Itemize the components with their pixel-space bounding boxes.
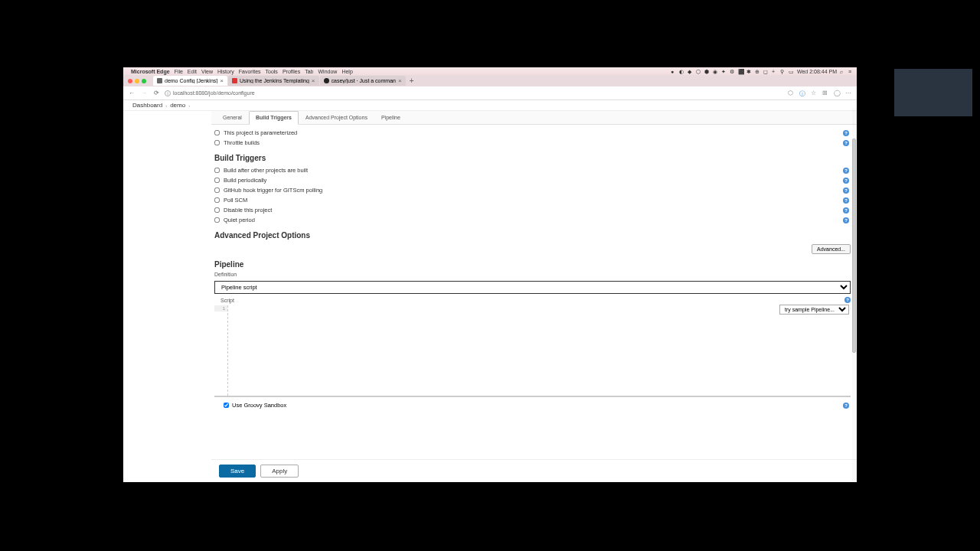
browser-tab[interactable]: demo Config [Jenkins] × xyxy=(153,76,227,86)
nav-reload-icon[interactable]: ⟳ xyxy=(152,90,160,97)
more-icon[interactable]: ⋯ xyxy=(845,90,852,96)
label-disable: Disable this project xyxy=(224,207,272,214)
profile-icon[interactable]: ◯ xyxy=(834,90,841,96)
scrollbar-thumb[interactable] xyxy=(852,139,856,353)
tab-advanced-options[interactable]: Advanced Project Options xyxy=(299,111,374,124)
wifi-icon[interactable]: ⚲ xyxy=(780,69,786,74)
jenkins-favicon-icon xyxy=(157,78,162,83)
checkbox-poll-scm[interactable] xyxy=(214,197,220,203)
status-icon[interactable]: ✱ xyxy=(746,69,752,74)
window-minimize[interactable] xyxy=(135,79,139,83)
script-editor[interactable]: 1 xyxy=(214,305,851,397)
help-icon[interactable]: ? xyxy=(843,130,849,136)
menu-favorites[interactable]: Favorites xyxy=(239,69,261,74)
help-icon[interactable]: ? xyxy=(843,197,849,204)
checkbox-throttle[interactable] xyxy=(214,140,220,145)
collections-icon[interactable]: ⊞ xyxy=(822,90,829,96)
label-periodically: Build periodically xyxy=(224,177,266,184)
window-close[interactable] xyxy=(128,79,132,83)
breadcrumb-demo[interactable]: demo xyxy=(170,102,185,109)
status-icon[interactable]: ◆ xyxy=(688,69,693,74)
tab-build-triggers[interactable]: Build Triggers xyxy=(249,111,299,125)
menu-window[interactable]: Window xyxy=(318,69,338,74)
checkbox-parameterized[interactable] xyxy=(214,130,220,135)
status-icon[interactable]: ◐ xyxy=(679,69,684,74)
app-name[interactable]: Microsoft Edge xyxy=(131,69,170,74)
search-icon[interactable]: ⌕ xyxy=(840,69,845,74)
tab-close-icon[interactable]: × xyxy=(220,77,224,84)
browser-tab[interactable]: casey/just · Just a comman × xyxy=(320,76,406,86)
battery-icon[interactable]: ▭ xyxy=(789,69,794,74)
advanced-button[interactable]: Advanced... xyxy=(812,244,851,254)
script-label: Script xyxy=(214,298,234,303)
menu-view[interactable]: View xyxy=(201,69,213,74)
help-icon[interactable]: ? xyxy=(843,140,849,146)
favorite-icon[interactable]: ☆ xyxy=(811,90,818,96)
tab-close-icon[interactable]: × xyxy=(398,77,402,84)
browser-tab[interactable]: Using the Jenkins Templating × xyxy=(228,76,319,86)
control-center-icon[interactable]: ≡ xyxy=(848,69,854,74)
menu-profiles[interactable]: Profiles xyxy=(283,69,300,74)
checkbox-disable[interactable] xyxy=(214,207,220,213)
status-icon[interactable]: ⬛ xyxy=(738,69,743,74)
main-content: General Build Triggers Advanced Project … xyxy=(211,111,857,482)
save-button[interactable]: Save xyxy=(219,465,256,478)
help-icon[interactable]: ? xyxy=(844,297,851,303)
help-icon[interactable]: ? xyxy=(843,403,849,409)
nav-back-icon[interactable]: ← xyxy=(128,90,136,97)
help-icon[interactable]: ? xyxy=(843,178,849,184)
option-github-hook: GitHub hook trigger for GITScm polling ? xyxy=(214,185,851,195)
breadcrumb-dashboard[interactable]: Dashboard xyxy=(132,102,162,109)
status-icon[interactable]: ✦ xyxy=(721,69,727,74)
status-icon[interactable]: ● xyxy=(671,69,676,74)
menu-history[interactable]: History xyxy=(217,69,234,74)
option-build-after: Build after other projects are built ? xyxy=(214,165,851,175)
breadcrumb: Dashboard › demo › xyxy=(123,100,857,111)
tab-close-icon[interactable]: × xyxy=(312,77,315,84)
option-poll-scm: Poll SCM ? xyxy=(214,195,851,205)
code-area[interactable] xyxy=(228,305,851,396)
url-field[interactable]: i localhost:8080/job/demo/configure xyxy=(165,90,783,96)
checkbox-quiet[interactable] xyxy=(214,217,220,223)
tab-title: casey/just · Just a comman xyxy=(332,78,396,83)
menu-file[interactable]: File xyxy=(175,69,183,74)
window-maximize[interactable] xyxy=(142,79,146,83)
scrollbar[interactable] xyxy=(852,108,857,482)
status-icon[interactable]: ⊕ xyxy=(755,69,760,74)
section-pipeline: Pipeline xyxy=(214,260,851,269)
status-icon[interactable]: ⬡ xyxy=(696,69,701,74)
info-icon[interactable]: ⓘ xyxy=(799,90,806,96)
checkbox-build-after[interactable] xyxy=(214,168,220,173)
status-icon[interactable]: ⬢ xyxy=(704,69,710,74)
sidebar xyxy=(123,111,211,482)
menu-edit[interactable]: Edit xyxy=(188,69,197,74)
status-icon[interactable]: + xyxy=(772,69,777,74)
checkbox-periodically[interactable] xyxy=(214,178,220,183)
tab-pipeline[interactable]: Pipeline xyxy=(374,111,407,124)
help-icon[interactable]: ? xyxy=(843,207,849,214)
menu-help[interactable]: Help xyxy=(341,69,352,74)
menu-tab[interactable]: Tab xyxy=(305,69,313,74)
status-icon[interactable]: ◻ xyxy=(763,69,769,74)
definition-select[interactable]: Pipeline script xyxy=(214,281,851,294)
status-icon[interactable]: ⚙ xyxy=(730,69,735,74)
tab-general[interactable]: General xyxy=(216,111,249,124)
label-github-hook: GitHub hook trigger for GITScm polling xyxy=(224,187,322,194)
checkbox-sandbox[interactable] xyxy=(224,403,229,408)
new-tab-button[interactable]: + xyxy=(407,77,417,85)
help-icon[interactable]: ? xyxy=(843,217,849,223)
apply-button[interactable]: Apply xyxy=(260,465,299,478)
browser-tab-strip: demo Config [Jenkins] × Using the Jenkin… xyxy=(123,75,857,86)
menu-tools[interactable]: Tools xyxy=(266,69,278,74)
site-info-icon[interactable]: i xyxy=(165,90,171,96)
help-icon[interactable]: ? xyxy=(843,168,849,174)
definition-label: Definition xyxy=(214,272,851,277)
url-text: localhost:8080/job/demo/configure xyxy=(173,90,255,96)
help-icon[interactable]: ? xyxy=(843,187,849,194)
macos-menubar: Microsoft Edge File Edit View History Fa… xyxy=(123,67,857,75)
label-throttle: Throttle builds xyxy=(224,139,260,146)
reading-mode-icon[interactable]: ⬡ xyxy=(788,90,795,96)
checkbox-github-hook[interactable] xyxy=(214,187,220,193)
status-icon[interactable]: ◉ xyxy=(713,69,718,74)
clock[interactable]: Wed 2:08:44 PM xyxy=(797,69,837,74)
